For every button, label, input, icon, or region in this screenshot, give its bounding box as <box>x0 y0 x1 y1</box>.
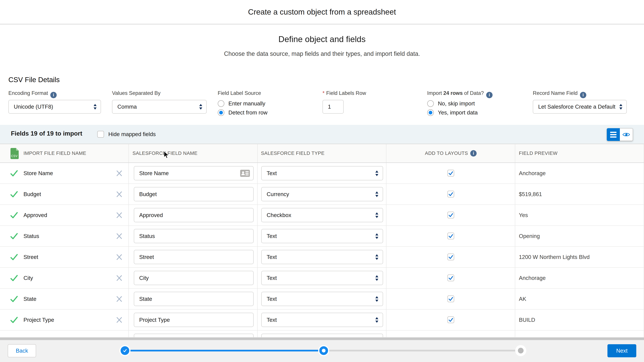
progress-line-complete <box>125 350 324 352</box>
select-arrows-icon <box>375 191 378 197</box>
values-separated-label: Values Separated By <box>112 90 160 96</box>
remove-field-icon[interactable] <box>116 295 123 303</box>
remove-field-icon[interactable] <box>116 190 123 198</box>
remove-field-icon[interactable] <box>116 316 123 324</box>
remove-field-icon[interactable] <box>116 232 123 240</box>
salesforce-field-name-input[interactable]: City <box>134 271 254 285</box>
field-preview-value: Opening <box>519 226 540 246</box>
salesforce-field-name-input[interactable]: Street <box>134 250 254 264</box>
checkbox-icon[interactable] <box>97 131 104 138</box>
radio-icon[interactable] <box>427 109 434 116</box>
select-arrows-icon <box>375 275 378 281</box>
modal-header: Create a custom object from a spreadshee… <box>0 0 644 24</box>
hide-mapped-fields-toggle[interactable]: Hide mapped fields <box>97 131 156 138</box>
field-mapped-check-icon <box>10 211 19 220</box>
table-row-partial <box>0 331 644 338</box>
import-file-field-name: Approved <box>24 205 47 225</box>
add-to-layouts-checkbox[interactable] <box>448 275 454 281</box>
list-icon <box>610 132 616 138</box>
list-view-button[interactable] <box>607 128 620 141</box>
add-to-layouts-checkbox[interactable] <box>448 296 454 302</box>
select-arrows-icon <box>619 104 622 110</box>
horizontal-scrollbar[interactable] <box>0 338 644 340</box>
radio-icon[interactable] <box>427 100 434 107</box>
salesforce-field-type-select[interactable]: Text <box>261 313 383 327</box>
radio-icon[interactable] <box>218 109 224 116</box>
salesforce-field-name-input[interactable]: Status <box>134 229 254 243</box>
import-rows-label: Import 24 rows of Data?i <box>427 90 492 98</box>
progress-line-remaining <box>324 350 521 352</box>
info-icon[interactable]: i <box>580 92 586 98</box>
wizard-footer: Back Next <box>0 340 644 362</box>
radio-yes-import-data[interactable]: Yes, import data <box>427 109 478 116</box>
add-to-layouts-checkbox[interactable] <box>448 170 454 176</box>
salesforce-field-type-select[interactable]: Text <box>261 229 383 243</box>
field-mapped-check-icon <box>10 295 19 303</box>
add-to-layouts-checkbox[interactable] <box>448 212 454 218</box>
salesforce-field-name-input[interactable]: Approved <box>134 208 254 222</box>
salesforce-field-type-select[interactable]: Text <box>261 166 383 180</box>
salesforce-field-name-input[interactable] <box>134 334 254 338</box>
import-file-field-name: Store Name <box>24 163 53 184</box>
field-mapped-check-icon <box>10 169 19 178</box>
table-row: Status Status Text Opening <box>0 226 644 247</box>
salesforce-field-type-select[interactable]: Text <box>261 271 383 285</box>
next-button[interactable]: Next <box>608 344 636 357</box>
import-file-field-name: Project Type <box>24 310 54 330</box>
table-row: Project Type Project Type Text BUILD <box>0 310 644 331</box>
info-icon[interactable]: i <box>50 92 57 98</box>
radio-detect-from-row[interactable]: Detect from row <box>218 109 268 116</box>
progress-step-3 <box>515 345 526 356</box>
remove-field-icon[interactable] <box>116 169 123 177</box>
add-to-layouts-checkbox[interactable] <box>448 191 454 197</box>
import-file-field-name: City <box>24 268 33 288</box>
select-arrows-icon <box>94 104 96 110</box>
remove-field-icon[interactable] <box>116 274 123 282</box>
svg-text:CSV: CSV <box>11 154 18 158</box>
table-row: Approved Approved Checkbox Yes <box>0 205 644 226</box>
field-preview-value: Yes <box>519 205 528 225</box>
add-to-layouts-checkbox[interactable] <box>448 254 454 260</box>
salesforce-field-name-input[interactable]: State <box>134 292 254 306</box>
salesforce-field-name-input[interactable]: Store Name <box>134 166 254 180</box>
import-file-field-name: State <box>24 289 36 309</box>
fields-count-title: Fields 19 of 19 to import <box>11 130 82 137</box>
salesforce-field-type-select[interactable]: Checkbox <box>261 208 383 222</box>
field-mapped-check-icon <box>10 190 19 199</box>
salesforce-field-name-input[interactable]: Budget <box>134 187 254 201</box>
radio-enter-manually[interactable]: Enter manually <box>218 100 265 107</box>
salesforce-field-name-input[interactable]: Project Type <box>134 313 254 327</box>
info-icon[interactable]: i <box>470 150 477 157</box>
field-labels-row-input[interactable]: 1 <box>322 100 344 114</box>
field-preview-value: $519,861 <box>519 184 542 204</box>
values-separated-select[interactable]: Comma <box>112 100 206 114</box>
field-mapped-check-icon <box>10 274 19 282</box>
back-button[interactable]: Back <box>8 344 36 357</box>
preview-view-button[interactable] <box>620 128 633 141</box>
encoding-format-select[interactable]: Unicode (UTF8) <box>8 100 101 114</box>
info-icon[interactable]: i <box>486 92 492 98</box>
salesforce-field-type-select[interactable]: Text <box>261 250 383 264</box>
radio-no-skip-import[interactable]: No, skip import <box>427 100 475 107</box>
remove-field-icon[interactable] <box>116 211 123 219</box>
header-divider <box>0 24 644 24</box>
progress-step-2 <box>318 345 329 356</box>
add-to-layouts-checkbox[interactable] <box>448 233 454 239</box>
salesforce-field-type-select[interactable] <box>261 334 383 338</box>
field-label-source-label: Field Label Source <box>218 90 261 96</box>
record-name-field-select[interactable]: Let Salesforce Create a Default R <box>533 100 627 114</box>
fields-toolbar: Fields 19 of 19 to import Hide mapped fi… <box>0 125 644 144</box>
field-preview-value: AK <box>519 289 526 309</box>
field-mapped-check-icon <box>10 316 19 324</box>
view-toggle-group <box>607 128 633 141</box>
step-title: Define object and fields <box>0 34 644 44</box>
salesforce-field-type-select[interactable]: Text <box>261 292 383 306</box>
remove-field-icon[interactable] <box>116 253 123 261</box>
table-header: CSV IMPORT FILE FIELD NAME SALESFORCE FI… <box>0 144 644 163</box>
record-name-icon <box>240 170 250 177</box>
radio-icon[interactable] <box>218 100 224 107</box>
salesforce-field-type-select[interactable]: Currency <box>261 187 383 201</box>
add-to-layouts-checkbox[interactable] <box>448 317 454 323</box>
csv-details-heading: CSV File Details <box>8 76 60 84</box>
import-file-field-name: Budget <box>24 184 41 204</box>
